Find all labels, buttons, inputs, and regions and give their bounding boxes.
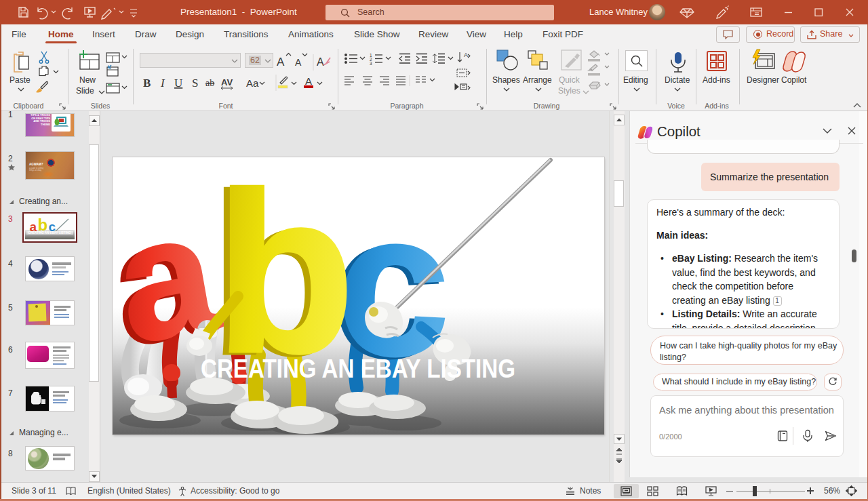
svg-text:A: A [305,75,312,87]
svg-text:S: S [192,77,198,89]
svg-text:ab: ab [205,78,214,88]
svg-text:3: 3 [370,61,372,66]
svg-text:I: I [160,77,165,89]
svg-text:B: B [143,77,151,89]
svg-text:U: U [174,77,182,89]
svg-text:Aa: Aa [246,77,259,89]
svg-text:CREATING AN EBAY LISTING: CREATING AN EBAY LISTING [201,355,515,383]
svg-text:A: A [464,52,468,58]
svg-text:A: A [295,57,302,68]
svg-text:A: A [317,56,324,68]
svg-text:A: A [277,56,285,68]
svg-text:AV: AV [221,77,233,87]
